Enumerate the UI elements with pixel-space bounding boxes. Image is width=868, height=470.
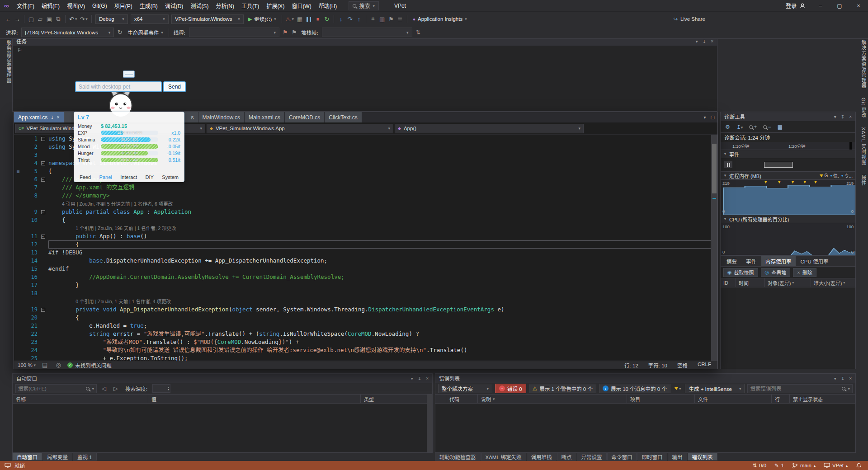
fold-margin[interactable]: - (38, 232, 48, 240)
fold-margin[interactable] (38, 297, 48, 306)
maximize-button[interactable]: ▢ (830, 0, 849, 11)
collapse-region-icon[interactable]: - (41, 161, 45, 165)
task-list-icon[interactable]: ≣ (396, 14, 405, 24)
thread-dropdown[interactable]: ▾ (189, 28, 279, 37)
pin-icon[interactable]: ↧ (841, 376, 844, 381)
errorlist-column-header[interactable]: 文件 (695, 395, 772, 403)
source-filter-dropdown[interactable]: 生成 + IntelliSense▾ (685, 384, 745, 393)
window-position-icon[interactable]: ▾ (411, 376, 413, 381)
fold-margin[interactable]: - (38, 208, 48, 216)
keyboard-icon[interactable] (123, 70, 135, 78)
scrollbar-thumb[interactable] (712, 144, 717, 193)
breakpoint-margin[interactable] (14, 346, 22, 354)
pet-tab-feed[interactable]: Feed (80, 174, 91, 180)
minimize-button[interactable]: – (811, 0, 830, 11)
column-indicator[interactable]: 字符: 10 (648, 362, 667, 369)
autos-column-header[interactable]: 值 (148, 395, 361, 403)
diagnostics-tab[interactable]: 摘要 (722, 256, 741, 266)
close-icon[interactable]: × (426, 376, 429, 381)
autos-search-input[interactable] (18, 386, 84, 391)
redo-icon[interactable]: ↷▾ (78, 14, 89, 24)
tool-window-tab[interactable]: 错误列表 (688, 453, 717, 461)
errorlist-column-header[interactable]: 行 (772, 395, 790, 403)
lifecycle-events-dropdown[interactable]: 生命周期事件▾ (124, 27, 166, 38)
tool-window-tab[interactable]: XAML 绑定失败 (481, 453, 526, 461)
tool-window-tab[interactable]: 异常设置 (577, 453, 607, 461)
type-dropdown[interactable]: ◆VPet_Simulator.Windows.App▾ (207, 124, 393, 133)
member-dropdown[interactable]: ◆App()▾ (395, 124, 584, 133)
diagnostics-tab[interactable]: 内存使用率 (761, 256, 796, 266)
collapse-region-icon[interactable]: - (41, 210, 45, 214)
fold-margin[interactable] (38, 143, 48, 151)
bookmark-icon[interactable]: ⚑ (387, 14, 396, 24)
diagnostics-action-button[interactable]: ◉截取快照 (723, 268, 758, 277)
menu-item[interactable]: 窗口(W) (288, 0, 315, 11)
live-share-button[interactable]: ↪Live Share (673, 16, 705, 22)
breakpoint-margin[interactable] (14, 240, 22, 249)
tool-window-tab[interactable]: 调用堆栈 (527, 453, 557, 461)
autos-scrollbar[interactable] (427, 395, 432, 452)
fold-margin[interactable] (38, 200, 48, 208)
document-tab[interactable]: MainWindow.cs (198, 112, 244, 122)
side-tab[interactable]: 解决方案资源管理器 (857, 40, 867, 89)
close-icon[interactable]: × (711, 39, 713, 44)
fold-margin[interactable] (38, 192, 48, 200)
process-dropdown[interactable]: [7184] VPet-Simulator.Windows▾ (21, 28, 114, 37)
collapse-region-icon[interactable]: - (41, 235, 45, 239)
float-window-icon[interactable]: ▢ (711, 115, 715, 120)
menu-item[interactable]: 项目(P) (111, 0, 136, 11)
settings-gear-icon[interactable]: ⚙ (725, 124, 730, 130)
breakpoint-margin[interactable] (14, 273, 22, 281)
fold-margin[interactable] (38, 338, 48, 346)
breakpoint-margin[interactable] (14, 232, 22, 240)
menu-item[interactable]: Git(G) (89, 0, 111, 11)
startup-project-dropdown[interactable]: VPet-Simulator.Windows▾ (171, 14, 244, 24)
fold-margin[interactable] (38, 216, 48, 224)
close-icon[interactable]: × (849, 114, 852, 119)
breakpoint-margin[interactable] (14, 281, 22, 289)
tool-window-tab[interactable]: 自动窗口 (12, 453, 42, 461)
export-icon[interactable]: ↥▾ (736, 124, 743, 130)
hot-reload-icon[interactable]: ♨▾ (284, 14, 295, 24)
zoom-dropdown[interactable]: 100 %▾ (18, 362, 36, 368)
cpu-section-header[interactable]: ▼ CPU (所有处理器的百分比) (721, 215, 855, 223)
fold-margin[interactable] (38, 249, 48, 257)
live-visual-tree-icon[interactable]: ⌗ (368, 14, 377, 24)
document-tab[interactable]: ClickText.cs (325, 112, 361, 122)
profiler-icon[interactable]: ▦ (295, 14, 304, 24)
pin-icon[interactable]: ↧ (50, 115, 54, 120)
title-search-box[interactable]: 搜索 ▾ (349, 1, 379, 10)
fold-margin[interactable] (38, 257, 48, 265)
autos-titlebar[interactable]: 自动窗口 ▾ ↧ × (13, 374, 432, 383)
document-tab[interactable]: Main.xaml.cs (245, 112, 284, 122)
fold-margin[interactable] (38, 273, 48, 281)
pet-tab-interact[interactable]: Interact (120, 174, 137, 180)
menu-item[interactable]: 分析(N) (212, 0, 238, 11)
breakpoint-margin[interactable] (14, 314, 22, 322)
close-icon[interactable]: × (849, 376, 852, 381)
sign-in-button[interactable]: 登录 (780, 2, 811, 9)
stop-debugging-icon[interactable]: ■ (313, 14, 322, 24)
pin-icon[interactable]: ↧ (841, 114, 844, 119)
errorlist-search-box[interactable]: ▾ (747, 384, 853, 393)
tool-window-tab[interactable]: 监视 1 (73, 453, 97, 461)
breakpoint-margin[interactable] (14, 257, 22, 265)
diagnostics-timeline-ruler[interactable]: 1:10分钟 1:20分钟 (721, 142, 855, 150)
snapshot-column-header[interactable]: ID (721, 278, 736, 287)
tool-window-tab[interactable]: 辅助功能检查器 (435, 453, 481, 461)
indent-mode-indicator[interactable]: 空格 (677, 362, 688, 369)
fold-margin[interactable] (38, 183, 48, 192)
errorlist-column-header[interactable]: 禁止显示状态 (790, 395, 855, 403)
screen-reader-icon[interactable]: ◎ (54, 360, 63, 371)
fold-margin[interactable] (38, 289, 48, 297)
side-tab[interactable]: 属性 (857, 175, 867, 186)
navigate-back-icon[interactable]: ← (4, 14, 13, 24)
fold-margin[interactable]: - (38, 306, 48, 314)
collapse-region-icon[interactable]: - (41, 308, 45, 312)
snapshot-column-header[interactable]: 堆大小(差异)▾ (811, 278, 855, 287)
collapse-region-icon[interactable]: - (41, 137, 45, 141)
breakpoint-margin[interactable] (14, 151, 22, 159)
pet-say-input[interactable] (75, 81, 162, 92)
feedback-monitor-icon[interactable] (5, 463, 11, 468)
breakpoint-margin[interactable] (14, 216, 22, 224)
